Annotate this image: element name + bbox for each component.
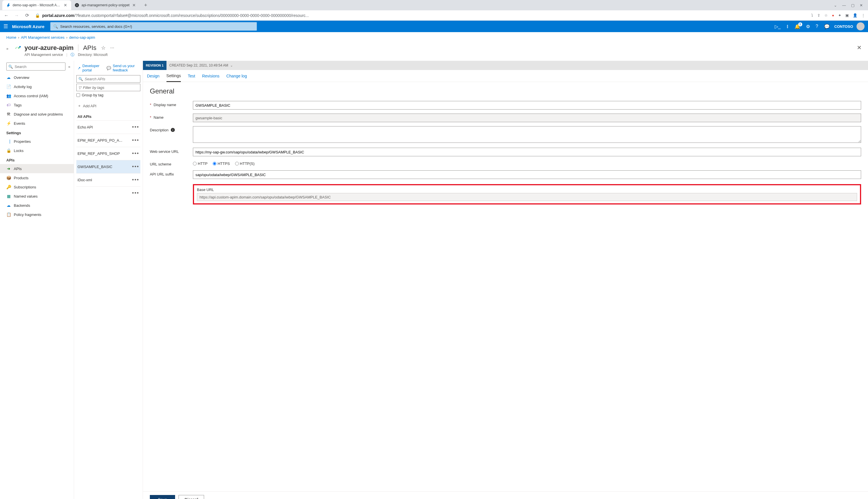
back-icon[interactable]: ← — [3, 12, 10, 19]
sidebar-item-icon: 🏷 — [6, 103, 11, 107]
group-by-tag-checkbox[interactable]: Group by tag — [76, 93, 140, 97]
notifications-icon[interactable]: 🔔1 — [795, 24, 800, 29]
url-host: portal.azure.com — [42, 13, 74, 18]
more-icon[interactable]: ••• — [132, 177, 139, 183]
sidebar-scroll[interactable]: ☁Overview📄Activity log👥Access control (I… — [0, 73, 74, 499]
menu-icon[interactable]: ⋮ — [861, 13, 865, 17]
radio-http-s[interactable]: HTTP(S) — [235, 161, 254, 166]
favorite-icon[interactable]: ☆ — [101, 45, 106, 51]
sidebar-item-subscriptions[interactable]: 🔑Subscriptions — [0, 182, 74, 192]
revision-chip[interactable]: REVISION 1 — [143, 61, 166, 70]
sidebar-item-tags[interactable]: 🏷Tags — [0, 100, 74, 110]
all-apis-header[interactable]: All APIs — [76, 112, 140, 120]
chevron-down-icon[interactable]: ⌄ — [834, 3, 837, 8]
sidebar-item-apis[interactable]: ➜APIs — [0, 164, 74, 173]
add-api-button[interactable]: ＋ Add API — [76, 100, 140, 112]
maximize-icon[interactable]: ▢ — [851, 3, 855, 8]
tab-close-icon[interactable]: ✕ — [63, 3, 68, 8]
sidebar-item-backends[interactable]: ☁Backends — [0, 201, 74, 210]
tab-test[interactable]: Test — [188, 70, 195, 82]
sidebar-item-events[interactable]: ⚡Events — [0, 119, 74, 128]
install-icon[interactable]: ⤵ — [811, 13, 813, 17]
api-item[interactable]: EPM_REF_APPS_SHOP••• — [76, 147, 140, 160]
extension-icon[interactable]: ● — [832, 13, 834, 17]
radio-http[interactable]: HTTP — [193, 161, 207, 166]
api-list-body[interactable]: 🔍 ▽ Filter by tags Group by tag ＋ Add AP… — [74, 75, 143, 499]
azure-brand[interactable]: Microsoft Azure — [12, 24, 45, 29]
expand-toggle-icon[interactable]: » — [6, 44, 8, 51]
api-item[interactable]: iDoc-xml••• — [76, 173, 140, 186]
sidebar-item-diagnose-and-solve-problems[interactable]: 🛠Diagnose and solve problems — [0, 110, 74, 119]
tab-design[interactable]: Design — [147, 70, 159, 82]
svg-point-3 — [19, 46, 21, 47]
address-bar[interactable]: 🔒 portal.azure.com/?feature.customportal… — [34, 11, 808, 20]
breadcrumb-service[interactable]: API Management services — [21, 35, 64, 39]
hamburger-icon[interactable]: ☰ — [3, 23, 8, 29]
tab-close-icon[interactable]: ✕ — [132, 3, 136, 8]
breadcrumb-home[interactable]: Home — [6, 35, 16, 39]
sidebar-item-properties[interactable]: ⎹⎸Properties — [0, 137, 74, 146]
api-item[interactable]: GWSAMPLE_BASIC••• — [76, 160, 140, 173]
help-icon[interactable]: ? — [816, 24, 818, 29]
sidebar-item-activity-log[interactable]: 📄Activity log — [0, 82, 74, 91]
breadcrumb-resource[interactable]: demo-sap-apim — [69, 35, 95, 39]
forward-icon[interactable]: → — [13, 12, 20, 19]
close-blade-icon[interactable]: ✕ — [857, 44, 862, 51]
global-search[interactable]: 🔍 — [50, 22, 257, 31]
tab-changelog[interactable]: Change log — [226, 70, 247, 82]
sidebar-item-locks[interactable]: 🔒Locks — [0, 146, 74, 155]
developer-portal-link[interactable]: ↗ Developer portal — [78, 64, 101, 72]
bookmark-icon[interactable]: ☆ — [824, 13, 828, 17]
sidebar-item-overview[interactable]: ☁Overview — [0, 73, 74, 82]
filter-by-tags[interactable]: ▽ Filter by tags — [76, 84, 140, 91]
settings-icon[interactable]: ⚙ — [806, 24, 810, 29]
tenant-label[interactable]: CONTOSO — [834, 24, 853, 29]
close-window-icon[interactable]: ✕ — [860, 3, 863, 8]
sidebar-search-input[interactable] — [15, 64, 63, 69]
sidebar-item-access-control-iam-[interactable]: 👥Access control (IAM) — [0, 91, 74, 100]
display-name-input[interactable] — [193, 101, 861, 110]
tab-revisions[interactable]: Revisions — [202, 70, 219, 82]
profile-icon[interactable]: 👤 — [853, 13, 857, 17]
sidebar-item-policy-fragments[interactable]: 📋Policy fragments — [0, 210, 74, 219]
save-button[interactable]: Save — [150, 495, 175, 499]
api-search-input[interactable] — [85, 77, 138, 81]
sidebar-item-icon: ⎹⎸ — [6, 139, 11, 144]
browser-tab-azure[interactable]: demo-sap-apim - Microsoft Azur ✕ — [2, 0, 71, 10]
more-icon[interactable]: ••• — [132, 150, 139, 157]
info-icon[interactable]: i — [171, 128, 175, 132]
cloud-shell-icon[interactable]: ▷_ — [775, 24, 781, 29]
more-icon[interactable]: ••• — [132, 137, 139, 143]
sidebar-item-products[interactable]: 📦Products — [0, 173, 74, 182]
api-item-blank[interactable]: ••• — [76, 186, 140, 199]
more-icon[interactable]: ••• — [132, 190, 139, 196]
api-item[interactable]: EPM_REF_APPS_PO_A...••• — [76, 134, 140, 147]
minimize-icon[interactable]: — — [842, 3, 846, 8]
more-icon[interactable]: ••• — [132, 164, 139, 170]
user-avatar[interactable] — [857, 22, 865, 31]
discard-button[interactable]: Discard — [179, 495, 204, 499]
panel-icon[interactable]: ▣ — [845, 13, 849, 17]
browser-tab-github[interactable]: api-management-policy-snippet ✕ — [71, 0, 140, 10]
feedback-link[interactable]: 💬 Send us your feedback — [107, 64, 139, 72]
sidebar-item-named-values[interactable]: ▦Named values — [0, 192, 74, 201]
reload-icon[interactable]: ⟳ — [24, 12, 31, 19]
feedback-icon[interactable]: 💬 — [824, 24, 830, 29]
collapse-sidebar-icon[interactable]: « — [68, 64, 70, 69]
radio-https[interactable]: HTTPS — [213, 161, 230, 166]
sidebar-search[interactable]: 🔍 — [6, 62, 66, 71]
tab-settings[interactable]: Settings — [166, 70, 181, 82]
global-search-input[interactable] — [60, 24, 254, 29]
filter-icon[interactable]: ⫿ — [786, 24, 789, 29]
extensions-icon[interactable]: ✦ — [838, 13, 841, 17]
info-icon[interactable]: ⓘ — [71, 52, 74, 57]
api-url-suffix-input[interactable] — [193, 170, 861, 179]
api-item[interactable]: Echo API••• — [76, 120, 140, 134]
more-menu-icon[interactable]: ⋯ — [110, 46, 115, 50]
web-service-url-input[interactable] — [193, 148, 861, 156]
more-icon[interactable]: ••• — [132, 124, 139, 130]
share-icon[interactable]: ⇪ — [817, 13, 820, 17]
new-tab-button[interactable]: + — [142, 1, 150, 9]
revision-created[interactable]: CREATED Sep 22, 2021, 10:49:54 AM ⌄ — [166, 63, 236, 68]
description-textarea[interactable] — [193, 126, 861, 143]
